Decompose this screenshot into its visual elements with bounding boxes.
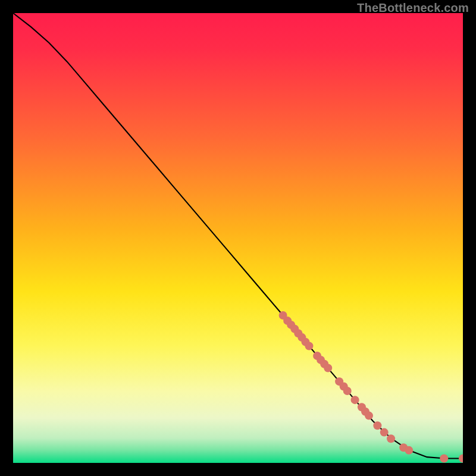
data-marker: [440, 454, 448, 462]
marker-group: [279, 311, 463, 462]
data-marker: [343, 387, 352, 395]
data-marker: [365, 412, 373, 420]
data-marker: [459, 454, 463, 462]
data-marker: [405, 446, 413, 455]
main-curve: [13, 13, 463, 458]
data-marker: [305, 342, 313, 350]
data-marker: [380, 428, 389, 437]
plot-area: [13, 13, 463, 463]
data-marker: [351, 396, 359, 404]
curve-layer: [13, 13, 463, 463]
data-marker: [324, 364, 332, 372]
data-marker: [373, 421, 381, 430]
chart-frame: TheBottleneck.com: [0, 0, 476, 476]
data-marker: [387, 434, 395, 443]
